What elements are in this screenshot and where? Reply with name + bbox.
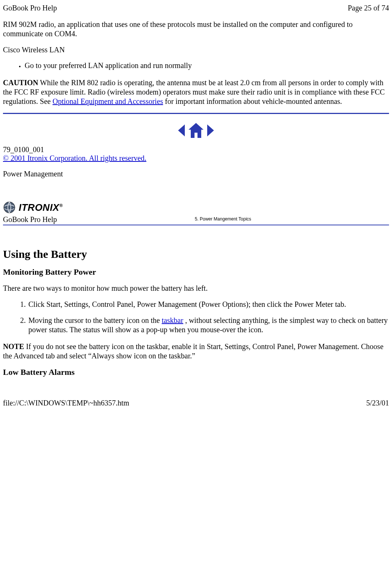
footer-path: file://C:\WINDOWS\TEMP\~hh6357.htm (3, 399, 129, 407)
svg-rect-2 (195, 133, 197, 138)
help-box-left: GoBook Pro Help (3, 215, 57, 224)
caution-label: CAUTION (3, 78, 38, 87)
heading-monitoring: Monitoring Battery Power (3, 267, 389, 277)
document-id: 79_0100_001 (3, 145, 389, 154)
itronix-logo: ITRONIX® (3, 201, 389, 214)
monitor-intro: There are two ways to monitor how much p… (3, 284, 389, 293)
copyright-link[interactable]: © 2001 Itronix Corporation. All rights r… (3, 154, 146, 162)
page-header-title: GoBook Pro Help (3, 4, 57, 12)
heading-low-battery: Low Battery Alarms (3, 367, 389, 377)
heading-using-battery: Using the Battery (3, 248, 389, 260)
step-1: Click Start, Settings, Control Panel, Po… (28, 300, 389, 309)
svg-point-3 (4, 202, 15, 213)
step-2-before: Moving the cursor to the battery icon on… (28, 316, 162, 324)
footer-date: 5/23/01 (366, 399, 389, 407)
note-paragraph: NOTE If you do not see the battery icon … (3, 342, 389, 361)
lan-bullet: Go to your preferred LAN application and… (25, 61, 389, 70)
divider (3, 113, 389, 114)
nav-icons (3, 121, 389, 139)
subheading-cisco: Cisco Wireless LAN (3, 45, 389, 55)
svg-marker-0 (189, 123, 203, 130)
note-label: NOTE (3, 342, 24, 351)
nav-home-icon[interactable] (189, 123, 203, 138)
globe-icon (3, 201, 16, 214)
section-label: Power Management (3, 169, 389, 179)
intro-paragraph: RIM 902M radio, an application that uses… (3, 20, 389, 38)
page-header-pagination: Page 25 of 74 (348, 4, 389, 12)
caution-paragraph: CAUTION While the RIM 802 radio is opera… (3, 78, 389, 106)
optional-equipment-link[interactable]: Optional Equipment and Accessories (53, 97, 163, 105)
nav-prev-icon[interactable] (178, 124, 185, 136)
caution-text-after: for important information about vehicle-… (163, 97, 342, 105)
step-2: Moving the cursor to the battery icon on… (28, 316, 389, 334)
note-text: If you do not see the battery icon on th… (3, 342, 383, 360)
logo-text: ITRONIX® (19, 202, 63, 213)
help-box-topic: 5. Power Mangement Topics (57, 216, 389, 222)
taskbar-link[interactable]: taskbar (162, 316, 183, 324)
nav-next-icon[interactable] (207, 124, 214, 136)
